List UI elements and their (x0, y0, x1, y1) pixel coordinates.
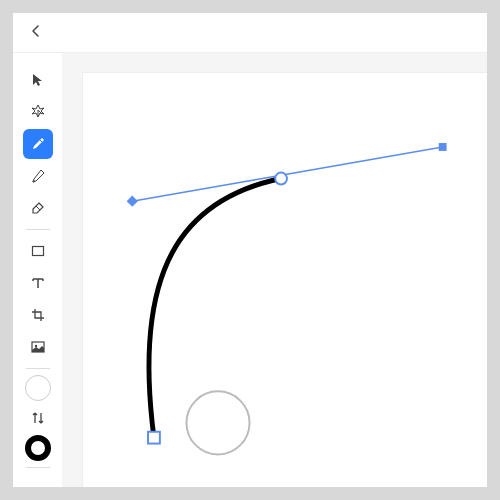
tool-crop[interactable] (23, 300, 53, 330)
pencil-icon (30, 168, 46, 184)
main-area (13, 53, 487, 487)
toolbar-divider-2 (26, 368, 50, 369)
tool-shape[interactable] (23, 236, 53, 266)
toolbar-divider (26, 229, 50, 230)
corner-anchor-point[interactable] (148, 432, 160, 444)
swap-stroke-fill-icon (30, 410, 46, 426)
back-icon (29, 24, 43, 38)
tool-select[interactable] (23, 65, 53, 95)
tool-text[interactable] (23, 268, 53, 298)
text-icon (30, 275, 46, 291)
tangent-handle-line (132, 147, 442, 201)
bezier-path[interactable] (149, 179, 281, 438)
direct-select-icon (29, 103, 47, 121)
stroke-color-well[interactable] (25, 435, 51, 461)
tool-eraser[interactable] (23, 193, 53, 223)
brush-cursor-icon (186, 391, 249, 454)
eraser-icon (30, 200, 46, 216)
crop-icon (30, 307, 46, 323)
smooth-anchor-point[interactable] (275, 173, 287, 185)
canvas-viewport (63, 53, 487, 487)
tool-direct-select[interactable] (23, 97, 53, 127)
app-window (13, 13, 487, 487)
svg-point-2 (34, 345, 36, 347)
back-button[interactable] (29, 24, 43, 42)
handle-in-anchor[interactable] (127, 196, 138, 207)
toolbar-divider-3 (26, 467, 50, 468)
tool-pencil[interactable] (23, 161, 53, 191)
canvas[interactable] (83, 73, 487, 487)
tool-image[interactable] (23, 332, 53, 362)
tool-swap-colors[interactable] (23, 403, 53, 433)
tool-pen[interactable] (23, 129, 53, 159)
topbar (13, 13, 487, 53)
image-icon (30, 339, 46, 355)
canvas-artwork (83, 73, 487, 487)
select-arrow-icon (30, 72, 46, 88)
toolbar (13, 53, 63, 487)
svg-rect-0 (32, 247, 43, 256)
handle-out-anchor[interactable] (439, 143, 447, 151)
fill-color-well[interactable] (25, 375, 51, 401)
pen-icon (30, 136, 46, 152)
rectangle-icon (30, 243, 46, 259)
